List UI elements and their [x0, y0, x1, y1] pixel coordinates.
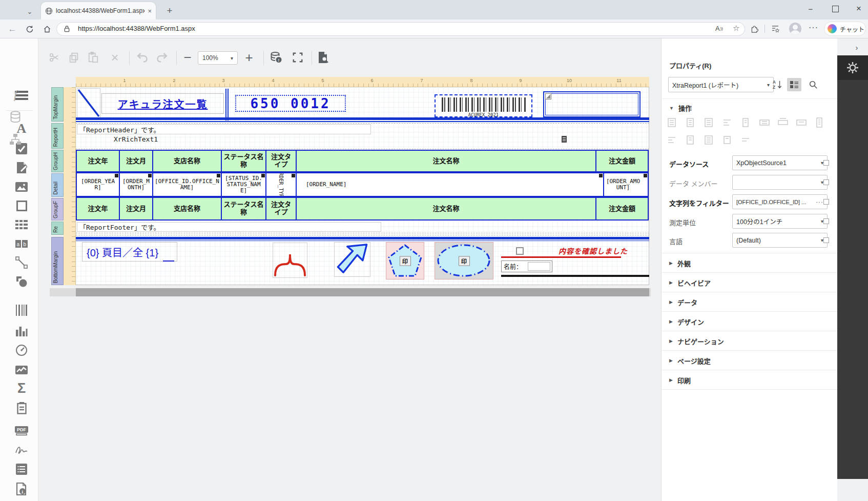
- favorites-hub-icon[interactable]: [771, 24, 780, 33]
- fullscreen-icon[interactable]: [290, 50, 305, 65]
- gauge-tool-icon[interactable]: [13, 342, 30, 358]
- footer-cell[interactable]: 注文月: [120, 198, 153, 219]
- redo-icon[interactable]: [155, 50, 170, 65]
- cross-band-line-element[interactable]: [77, 88, 100, 118]
- size-icon[interactable]: [777, 117, 789, 128]
- collapse-panel-chevron-icon[interactable]: ›: [852, 42, 862, 52]
- report-title-label[interactable]: アキュラ注文一覧: [101, 93, 224, 114]
- band-tab-top-margin[interactable]: TopMargin: [51, 87, 64, 122]
- header-cell[interactable]: 注文年: [77, 151, 120, 171]
- profile-avatar[interactable]: [789, 23, 801, 35]
- field-cell[interactable]: [ORDER_MONTH]: [120, 173, 153, 196]
- page-break-tool-icon[interactable]: [13, 400, 30, 416]
- measure-units-dropdown[interactable]: 100分の1インチ▾: [732, 214, 828, 229]
- sparkline-tool-icon[interactable]: [13, 362, 30, 378]
- window-close-button[interactable]: ×: [848, 1, 868, 16]
- property-marker[interactable]: [823, 179, 829, 185]
- field-cell[interactable]: [ORDER_NAME]: [297, 173, 604, 196]
- margin-line-thick[interactable]: [76, 117, 649, 120]
- window-maximize-button[interactable]: [824, 1, 846, 16]
- header-cell[interactable]: 注文金額: [596, 151, 648, 171]
- table-of-contents-tool-icon[interactable]: [13, 461, 30, 477]
- character-comb-tool-icon[interactable]: ab: [13, 235, 30, 252]
- arrow-shape-element[interactable]: [334, 242, 370, 277]
- back-icon[interactable]: ←: [6, 24, 18, 35]
- header-cell[interactable]: 支店名称: [153, 151, 222, 171]
- header-cell[interactable]: 注文タイプ: [266, 151, 297, 171]
- shape-tool-icon[interactable]: [13, 273, 30, 290]
- group-header-row[interactable]: 注文年 注文月 支店名称 ステータス名称 注文タイプ 注文名称 注文金額: [76, 150, 649, 172]
- horizontal-scrollbar-thumb[interactable]: [76, 288, 649, 296]
- band-tab-group-footer[interactable]: GroupF: [51, 198, 64, 221]
- read-aloud-icon[interactable]: A)): [715, 25, 723, 32]
- size-icon[interactable]: [814, 117, 824, 128]
- element-selector-dropdown[interactable]: XtraReport1 (レポート) ▾: [668, 77, 774, 92]
- line-tool-icon[interactable]: [13, 254, 30, 271]
- section-navigation[interactable]: ▶ナビゲーション: [661, 331, 845, 351]
- ellipsis-button[interactable]: ···: [816, 198, 823, 206]
- copy-icon[interactable]: [67, 50, 81, 65]
- selection-handle[interactable]: [292, 174, 295, 177]
- margin-line-thick[interactable]: [76, 237, 649, 239]
- size-icon[interactable]: [759, 117, 770, 128]
- validate-datasource-icon[interactable]: !: [268, 50, 284, 65]
- barcode-element[interactable]: ACUREX 2021: [435, 94, 532, 117]
- pdf-content-tool-icon[interactable]: PDF: [13, 422, 30, 438]
- band-tab-bottom-margin[interactable]: BottomMargin: [51, 237, 64, 285]
- section-design[interactable]: ▶デザイン: [661, 311, 845, 331]
- expressions-strip-button[interactable]: f: [0, 83, 31, 106]
- header-cell[interactable]: ステータス名称: [222, 151, 266, 171]
- order-icon[interactable]: [722, 134, 732, 146]
- red-line-element[interactable]: [501, 256, 621, 258]
- operations-section-header[interactable]: ▼ 操作: [669, 103, 692, 113]
- name-input-box[interactable]: [528, 262, 550, 271]
- size-icon[interactable]: [796, 117, 807, 128]
- property-marker[interactable]: [823, 237, 829, 243]
- section-behavior[interactable]: ▶ビヘイビア: [661, 272, 845, 292]
- selection-handle[interactable]: [261, 174, 265, 177]
- field-cell[interactable]: [ORDER_TYPE]: [266, 173, 297, 196]
- window-minimize-button[interactable]: −: [799, 1, 822, 16]
- brace-shape-element[interactable]: [273, 243, 307, 278]
- chart-tool-icon[interactable]: [13, 323, 30, 339]
- footer-cell[interactable]: 注文名称: [297, 198, 596, 219]
- header-cell[interactable]: 注文名称: [297, 151, 596, 171]
- browser-tab[interactable]: localhost:44388/WebForm1.aspx ×: [41, 2, 156, 19]
- copilot-chat-button[interactable]: チャット: [824, 22, 866, 36]
- undo-icon[interactable]: [134, 50, 150, 65]
- footer-cell[interactable]: 注文タイプ: [266, 198, 297, 219]
- tab-search-chevron-icon[interactable]: ⌄: [23, 5, 37, 17]
- panel-tool-icon[interactable]: [13, 197, 30, 214]
- order-icon[interactable]: [667, 134, 677, 146]
- barcode-tool-icon[interactable]: [13, 302, 30, 318]
- order-icon[interactable]: [685, 134, 695, 146]
- detail-row[interactable]: [ORDER_YEAR] [ORDER_MONTH] [OFFICE_ID.OF…: [76, 172, 649, 197]
- document-info-tool-icon[interactable]: i: [13, 480, 30, 497]
- footer-cell[interactable]: 注文金額: [596, 198, 648, 219]
- refresh-icon[interactable]: [24, 24, 36, 35]
- field-list-strip-button[interactable]: [0, 106, 31, 128]
- table-tool-icon[interactable]: [13, 216, 30, 233]
- character-comb-element[interactable]: 650 0012: [235, 95, 346, 112]
- panel-element[interactable]: [543, 91, 640, 117]
- page-info-element[interactable]: {0} 頁目／全 {1}: [82, 242, 177, 262]
- field-cell[interactable]: [ORDER_AMOUNT]: [604, 173, 648, 196]
- field-cell[interactable]: [STATUS_ID.STATUS_NAME]: [222, 173, 266, 196]
- section-appearance[interactable]: ▶外観: [661, 253, 845, 273]
- band-tab-group-header[interactable]: GroupH: [51, 150, 64, 172]
- category-view-icon[interactable]: [787, 78, 801, 91]
- property-marker[interactable]: [823, 199, 829, 205]
- cut-icon[interactable]: [47, 50, 61, 65]
- section-data[interactable]: ▶データ: [661, 292, 845, 312]
- stamp-shape-element[interactable]: 印: [386, 242, 424, 279]
- property-marker[interactable]: [823, 218, 829, 224]
- report-header-label[interactable]: 「ReportHeader」です。: [77, 124, 371, 134]
- order-icon[interactable]: [704, 134, 714, 146]
- section-print[interactable]: ▶印刷: [661, 370, 845, 390]
- signature-tool-icon[interactable]: [13, 442, 30, 458]
- footer-cell[interactable]: 注文年: [77, 198, 120, 219]
- confirm-checkbox[interactable]: [516, 247, 524, 255]
- band-tab-report-footer[interactable]: Re: [51, 222, 64, 235]
- band-tab-report-header[interactable]: ReportH: [51, 123, 64, 149]
- selection-handle[interactable]: [115, 174, 118, 177]
